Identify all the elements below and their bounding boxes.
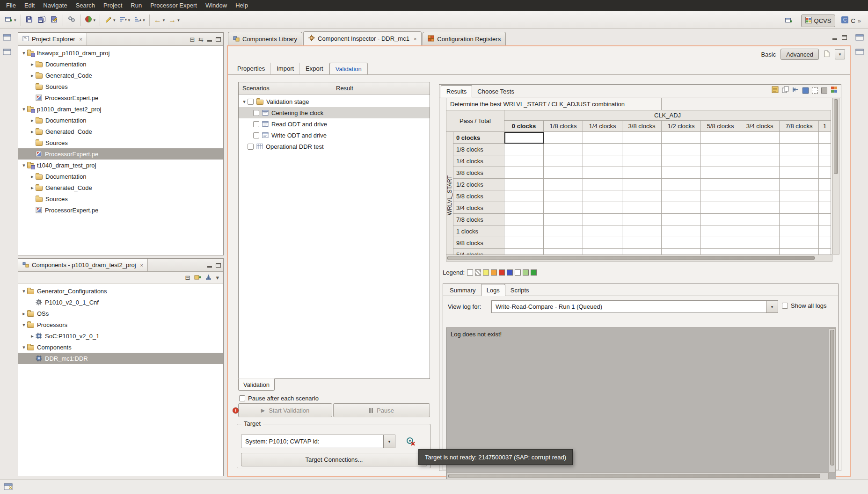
new-wizard-button[interactable]: ▾ <box>3 14 18 27</box>
tab-logs[interactable]: Logs <box>481 284 505 296</box>
combo-dropdown-button[interactable]: ▾ <box>766 301 778 312</box>
editor-tab-component-inspector[interactable]: Component Inspector - DDR_mc1 × <box>303 31 422 45</box>
result-cell[interactable] <box>662 167 701 179</box>
tree-item-folder[interactable]: Sources <box>18 193 223 204</box>
expander-icon[interactable]: ▸ <box>29 174 36 180</box>
start-validation-button[interactable]: ▶ Start Validation <box>238 403 332 417</box>
result-cell[interactable] <box>622 237 662 249</box>
result-cell[interactable] <box>740 190 780 202</box>
tree-item-soc[interactable]: ▸SoC:P1010_v2_0_1 <box>18 330 223 341</box>
tree-item-folder[interactable]: ▸Documentation <box>18 171 223 182</box>
column-header[interactable]: 1/4 clocks <box>583 121 622 132</box>
result-cell[interactable] <box>504 155 544 167</box>
log-vertical-scrollbar[interactable] <box>829 328 836 472</box>
view-log-combo[interactable]: Write-Read-Compare - Run 1 (Queued) ▾ <box>491 300 778 313</box>
menu-run[interactable]: Run <box>126 0 146 11</box>
result-cell[interactable] <box>622 202 662 214</box>
tree-item-folder[interactable]: Sources <box>18 137 223 148</box>
result-cell[interactable] <box>819 179 831 190</box>
scenario-checkbox[interactable] <box>253 110 259 116</box>
result-cell[interactable] <box>583 237 622 249</box>
generate-code-button[interactable] <box>66 14 78 27</box>
row-header[interactable]: 1/8 clocks <box>453 144 504 155</box>
column-header[interactable]: 1/8 clocks <box>544 121 583 132</box>
result-cell[interactable] <box>583 214 622 225</box>
result-cell[interactable] <box>622 155 662 167</box>
export-left-icon[interactable] <box>792 87 799 94</box>
row-header[interactable]: 0 clocks <box>453 132 504 144</box>
result-cell[interactable] <box>504 167 544 179</box>
scenario-group-validation-stage[interactable]: ▾Validation stage <box>239 96 430 107</box>
tab-summary[interactable]: Summary <box>445 284 481 296</box>
result-cell[interactable] <box>740 167 780 179</box>
expander-icon[interactable]: ▸ <box>29 61 36 67</box>
result-cell[interactable] <box>740 202 780 214</box>
result-cell[interactable] <box>544 237 583 249</box>
result-column-header[interactable]: Result <box>332 82 430 94</box>
tree-item-folder[interactable]: Sources <box>18 81 223 92</box>
maximize-icon[interactable] <box>842 35 847 40</box>
result-cell[interactable] <box>780 225 819 237</box>
result-cell[interactable] <box>701 214 740 225</box>
expander-icon[interactable]: ▸ <box>29 117 36 124</box>
open-perspective-button[interactable] <box>780 15 797 27</box>
result-cell[interactable] <box>622 132 662 144</box>
editor-tab-configuration-registers[interactable]: Configuration Registers <box>423 32 506 45</box>
scenario-checkbox[interactable] <box>253 132 259 138</box>
result-cell[interactable] <box>780 167 819 179</box>
result-cell[interactable] <box>780 179 819 190</box>
tree-item-folder[interactable]: ▾Processors <box>18 319 223 330</box>
row-header[interactable]: 5/8 clocks <box>453 190 504 202</box>
result-cell[interactable] <box>780 202 819 214</box>
save-all-button[interactable] <box>36 14 48 27</box>
menu-processor-expert[interactable]: Processor Expert <box>146 0 201 11</box>
scenario-write-odt-and-drive[interactable]: Write ODT and drive <box>239 130 430 141</box>
results-vertical-scrollbar[interactable] <box>832 98 839 254</box>
copy-results-icon[interactable] <box>782 86 789 94</box>
result-cell[interactable] <box>701 225 740 237</box>
back-button[interactable]: ← ▾ <box>152 14 167 27</box>
result-cell[interactable] <box>780 144 819 155</box>
result-cell[interactable] <box>504 190 544 202</box>
result-cell[interactable] <box>622 179 662 190</box>
fast-view-icon[interactable] <box>4 482 13 492</box>
column-header[interactable]: 1 <box>819 121 831 132</box>
result-cell[interactable] <box>701 144 740 155</box>
quick-wizard-button[interactable]: ▾ <box>102 14 117 27</box>
column-header[interactable]: 0 clocks <box>504 121 544 132</box>
result-cell[interactable] <box>701 179 740 190</box>
result-cell[interactable] <box>504 237 544 249</box>
tree-item-configuration[interactable]: P1010_v2_0_1_Cnf <box>18 297 223 308</box>
pause-button[interactable]: Pause <box>333 403 430 417</box>
result-cell[interactable] <box>544 167 583 179</box>
sort-descending-button[interactable]: ▾ <box>132 14 147 27</box>
new-document-icon[interactable] <box>824 50 830 59</box>
result-cell[interactable] <box>544 202 583 214</box>
result-cell[interactable] <box>544 132 583 144</box>
log-horizontal-scrollbar[interactable] <box>447 472 829 479</box>
run-configurations-button[interactable]: ▾ <box>83 14 98 27</box>
tree-item-folder[interactable]: ▸Generated_Code <box>18 70 223 81</box>
tree-item-project[interactable]: ▾lhswvpx_p1010_dram_proj <box>18 47 223 58</box>
tab-choose-tests[interactable]: Choose Tests <box>472 85 519 97</box>
result-cell[interactable] <box>740 214 780 225</box>
perspective-qcvs-button[interactable]: QCVS <box>801 15 836 27</box>
column-header[interactable]: 3/8 clocks <box>622 121 662 132</box>
result-cell[interactable] <box>740 132 780 144</box>
result-cell[interactable] <box>504 202 544 214</box>
close-icon[interactable]: × <box>140 262 143 268</box>
minimize-icon[interactable] <box>832 38 837 40</box>
subtab-validation[interactable]: Validation <box>329 63 368 74</box>
result-cell[interactable] <box>701 237 740 249</box>
sort-ascending-button[interactable]: ▾ <box>117 14 132 27</box>
maximize-icon[interactable] <box>216 37 221 42</box>
result-cell[interactable] <box>701 190 740 202</box>
expander-icon[interactable]: ▾ <box>21 162 27 168</box>
expander-icon[interactable]: ▾ <box>21 344 27 350</box>
result-cell[interactable] <box>662 202 701 214</box>
close-icon[interactable]: × <box>414 36 416 42</box>
result-cell[interactable] <box>583 190 622 202</box>
result-cell[interactable] <box>740 225 780 237</box>
scenarios-column-header[interactable]: Scenarios <box>239 82 332 94</box>
result-cell[interactable] <box>544 155 583 167</box>
